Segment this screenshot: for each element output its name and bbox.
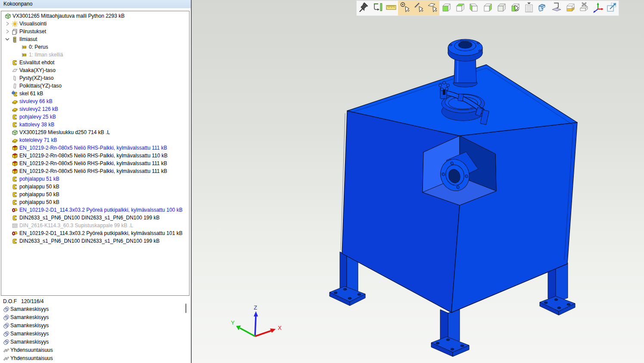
section-box-icon [565,2,576,15]
tree-item[interactable]: EN_10219-2-Rn-080x5 Neliö RHS-Palkki, ky… [1,160,189,167]
tree-item[interactable]: pohjalevy 25 kB [1,113,189,121]
snap-center-button[interactable] [398,1,412,16]
tree-item[interactable]: DIN2633_s1_PN6_DN100 DIN2633_s1_PN6_DN10… [1,237,189,245]
dof-constraint-item[interactable]: Yhdensuuntaisuus [0,354,191,363]
scrollbar-thumb[interactable] [185,304,187,313]
tree-item-label: DIN2633_s1_PN6_DN100 DIN2633_s1_PN6_DN10… [19,214,160,222]
tree-item[interactable]: EN_10219-2-Rn-080x5 Neliö RHS-Palkki, ky… [1,144,189,152]
tree-item[interactable]: EN_10219-2-D1_114.3x03.2 Pyöreä putkipal… [1,206,189,214]
feature-list-button[interactable] [522,1,536,16]
section-box-button[interactable] [563,1,577,16]
tree-item[interactable]: VX3001265 Mittaohjautuva malli Python 22… [1,12,189,20]
tree-item[interactable]: skel 61 kB [1,90,189,97]
view-left-button[interactable] [467,1,481,16]
axes-triad: Z X Y [231,304,282,336]
view-top-icon [454,2,466,15]
collapsed-chevron-icon [4,145,11,151]
select-solid-icon [510,2,521,15]
tree-item[interactable]: kotelolevy 71 kB [1,136,189,144]
tree-item[interactable]: Visualisointi [1,20,189,28]
pin-icon [358,2,369,15]
collapsed-chevron-icon [4,168,11,174]
sketch-plane-button[interactable] [550,1,563,16]
dof-constraint-item[interactable]: Samankeskisyys [0,305,191,313]
axes-triad-button[interactable] [591,1,605,16]
tree-item[interactable]: Piirustukset [1,28,189,35]
z-axis-label: Z [254,304,257,311]
collapsed-chevron-icon[interactable] [4,21,11,27]
tree-item[interactable]: Vaaka(XY)-taso [1,66,189,74]
concentric-icon [2,322,10,329]
collapsed-chevron-icon [4,176,11,182]
assembly-tree[interactable]: VX3001265 Mittaohjautuva malli Python 22… [1,11,190,296]
cplate-icon [11,215,19,221]
delete-solid-button[interactable] [577,1,591,16]
snap-edge-icon [413,2,424,15]
x-axis-label: X [278,325,282,331]
pin-button[interactable] [357,1,370,16]
dof-constraint-item[interactable]: Samankeskisyys [0,338,191,346]
view-front-icon [441,2,452,15]
cplate-icon [11,59,19,66]
snap-edge-button[interactable] [412,1,426,16]
delete-solid-icon [579,2,590,15]
view-top-button[interactable] [453,1,467,16]
tree-item[interactable]: Esivalitut ehdot [1,59,189,66]
tree-list: VX3001265 Mittaohjautuva malli Python 22… [1,12,189,245]
tree-item[interactable]: Poikittais(YZ)-taso [1,82,189,90]
view-right-button[interactable] [481,1,495,16]
tree-item[interactable]: 1: Ilman skelliä [1,51,189,59]
measure-move-button[interactable] [370,1,384,16]
dof-constraint-item[interactable]: Samankeskisyys [0,322,191,330]
tree-item[interactable]: DIN_2616-K114.3_60.3 Supistuskappale 99 … [1,222,189,229]
lplate-icon [11,98,19,104]
tree-item[interactable]: sivulevy 66 kB [1,97,189,105]
tree-item[interactable]: pohjalappu 50 kB [1,198,189,206]
tag-icon [20,44,28,50]
tree-item[interactable]: DIN2633_s1_PN6_DN100 DIN2633_s1_PN6_DN10… [1,214,189,222]
tank-model[interactable]: Z X Y [192,0,644,363]
tree-item[interactable]: EN_10219-2-D1_114.3x03.2 Pyöreä putkipal… [1,229,189,237]
tree-item[interactable]: 0: Perus [1,43,189,51]
dof-constraint-item[interactable]: Samankeskisyys [0,313,191,322]
snap-center-icon [399,2,411,15]
tree-item[interactable]: pohjalappu 51 kB [1,175,189,183]
tree-item-label: Vaaka(XY)-taso [19,66,56,74]
tree-item[interactable]: kattolevy 38 kB [1,121,189,128]
beam-icon [11,168,19,174]
dof-constraint-item[interactable]: Yhdensuuntaisuus [0,346,191,354]
collapsed-chevron-icon [4,122,11,128]
dof-constraint-item[interactable]: Samankeskisyys [0,330,191,338]
dof-item-label: Samankeskisyys [10,313,49,322]
concentric-icon [2,331,10,338]
tree-item[interactable]: pohjalappu 50 kB [1,191,189,198]
collapsed-chevron-icon [4,67,11,73]
collapsed-chevron-icon[interactable] [4,28,11,34]
tree-item[interactable]: Ilmiasut [1,35,189,43]
drawings-icon [11,28,19,34]
tree-item[interactable]: EN_10219-2-Rn-080x5 Neliö RHS-Palkki, ky… [1,152,189,160]
collapsed-chevron-icon [4,222,11,228]
fit-view-button[interactable] [605,1,619,16]
cplate-icon [11,238,19,244]
snap-face-button[interactable] [426,1,439,16]
tree-item-label: EN_10219-2-Rn-080x5 Neliö RHS-Palkki, ky… [19,167,167,175]
tree-item[interactable]: VX3001259 Miesluukku d250 714 kB .L [1,128,189,136]
tree-item[interactable]: pohjalappu 50 kB [1,183,189,191]
view-front-button[interactable] [439,1,453,16]
expanded-chevron-icon[interactable] [4,36,11,42]
part-copy-button[interactable] [536,1,550,16]
dof-scrollbar[interactable] [184,301,187,361]
view-iso-button[interactable] [495,1,508,16]
select-solid-button[interactable] [508,1,522,16]
collapsed-chevron-icon [4,114,11,120]
panel-title: Kokoonpano [0,0,191,8]
ruler-button[interactable] [384,1,398,16]
tree-item-label: pohjalappu 50 kB [19,191,59,198]
tree-item-label: VX3001265 Mittaohjautuva malli Python 22… [12,12,124,20]
concentric-icon [2,339,10,346]
tree-item[interactable]: sivulevy2 126 kB [1,105,189,113]
tree-item-label: pohjalevy 25 kB [19,113,56,121]
tree-item[interactable]: EN_10219-2-Rn-080x5 Neliö RHS-Palkki, ky… [1,167,189,175]
tree-item[interactable]: Pysty(XZ)-taso [1,74,189,82]
